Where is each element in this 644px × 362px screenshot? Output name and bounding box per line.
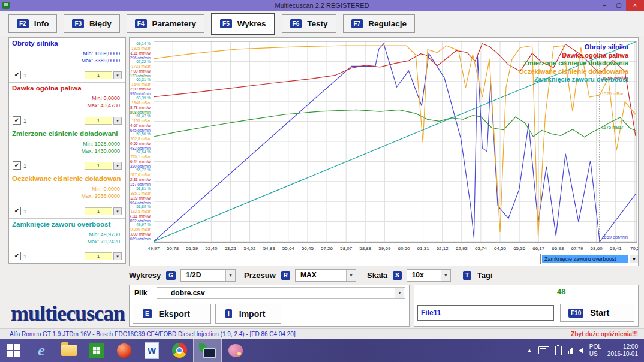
chevron-down-icon[interactable]: ▾	[113, 162, 122, 170]
parameter-block: Oczekiwane ciśnienie doładowanMin: 0,000…	[9, 173, 125, 218]
svg-text:1669 obr/min: 1669 obr/min	[601, 234, 628, 240]
explorer-icon[interactable]	[55, 339, 83, 362]
legend-item: Zamknięcie zaworu overboost	[519, 76, 628, 84]
file-select[interactable]: dobre.csv ▾	[157, 287, 405, 299]
svg-text:1520 mBar: 1520 mBar	[601, 91, 624, 96]
x-axis-label: 61,31	[417, 246, 429, 251]
fkey-badge: F2	[17, 19, 29, 28]
chevron-down-icon[interactable]: ▾	[113, 207, 122, 215]
parameter-scale-select[interactable]: 1	[85, 162, 112, 170]
parameter-checkbox[interactable]: ✔	[13, 252, 21, 260]
x-axis-label: 49,97	[148, 246, 160, 251]
language-indicator[interactable]: POLUS	[589, 343, 601, 358]
start-button[interactable]: F10 Start	[560, 304, 634, 322]
multiecuscan-icon[interactable]	[193, 339, 222, 362]
parameter-minmax: Min: 1669,0000Max: 3389,0000	[81, 50, 120, 64]
x-axis-label: 70,2	[630, 246, 639, 251]
clock[interactable]: 12:002016-10-01	[607, 343, 638, 358]
x-axis-label: 64,55	[494, 246, 506, 251]
t-key-badge: T	[463, 271, 471, 280]
x-axis-label: 58,88	[359, 246, 371, 251]
f10-key-badge: F10	[568, 309, 583, 318]
parameter-checkbox[interactable]: ✔	[13, 207, 21, 215]
screen: Multiecuscan 2.2 REGISTERED – ▢ × F2Info…	[0, 0, 644, 362]
eksport-button[interactable]: E Eksport	[133, 304, 211, 324]
skala-select[interactable]: 10x▾	[407, 269, 451, 282]
x-axis-label: 50,78	[167, 246, 179, 251]
tab-f5[interactable]: F5Wykres	[211, 13, 275, 35]
parameter-title: Zmierzone ciśnienie doładowani	[12, 130, 122, 137]
chart-controls: Wykresy G 1/2D▾ Przesuw R MAX▾ Skala S 1…	[129, 267, 639, 283]
series-dropdown[interactable]: Zamknięcie zaworu overboost ▾	[540, 254, 639, 264]
fkey-badge: F4	[135, 19, 147, 28]
network-signal-icon[interactable]	[568, 348, 573, 354]
parameter-scale-select[interactable]: 1	[85, 71, 112, 79]
x-axis-label: 66,98	[552, 246, 564, 251]
plik-label: Plik	[134, 289, 147, 297]
chevron-down-icon[interactable]: ▾	[113, 117, 122, 125]
e-key-badge: E	[143, 309, 152, 318]
legend-item: Zmierzone ciśnienie doładowania	[519, 59, 628, 68]
parameter-block: Zamknięcie zaworu overboostMin: 49,9730M…	[9, 219, 125, 263]
chevron-down-icon[interactable]: ▾	[113, 71, 122, 79]
ie-icon[interactable]: e	[28, 339, 55, 362]
parameter-check-label: 1	[23, 118, 26, 124]
chevron-down-icon[interactable]: ▾	[441, 270, 450, 281]
filename-input[interactable]	[417, 305, 554, 321]
r-key-badge: R	[281, 271, 290, 280]
minimize-button[interactable]: –	[597, 0, 612, 11]
chevron-down-icon[interactable]: ▾	[346, 270, 356, 281]
parameter-check-label: 1	[23, 163, 26, 169]
chevron-down-icon[interactable]: ▾	[395, 288, 404, 298]
battery-icon[interactable]	[555, 346, 562, 355]
store-icon[interactable]	[83, 339, 110, 362]
przesuw-select[interactable]: MAX▾	[295, 269, 356, 282]
close-button[interactable]: ×	[626, 0, 644, 11]
s-key-badge: S	[393, 271, 402, 280]
start-button[interactable]	[0, 339, 28, 362]
tab-f2[interactable]: F2Info	[8, 14, 57, 33]
parameter-title: Obroty silnika	[12, 40, 122, 47]
multiecuscan-logo: multiecuscan	[11, 301, 125, 326]
speaker-icon[interactable]	[579, 348, 583, 354]
parameter-minmax: Min: 1028,0000Max: 1430,0000	[81, 140, 120, 155]
y-axis-label-group: 65,31 %1540 mBar32,89 mm³/w2970 obr/min	[129, 77, 151, 96]
y-axis-label-group: 69,14 %1925 mBar41,11 mm³/w3296 obr/min	[129, 41, 151, 61]
tab-f6[interactable]: F6Testy	[282, 14, 336, 33]
media-app-icon[interactable]	[110, 339, 138, 362]
parameter-scale-select[interactable]: 1	[85, 252, 112, 260]
x-axis-label: 67,79	[571, 246, 583, 251]
parameter-checkbox[interactable]: ✔	[13, 71, 21, 79]
parameter-scale-select[interactable]: 1	[85, 117, 112, 125]
y-axis-label-group: 63,39 %1348 mBar28,78 mm³/w2808 obr/min	[129, 96, 151, 115]
maximize-button[interactable]: ▢	[612, 0, 626, 11]
parameter-scale-select[interactable]: 1	[85, 207, 112, 215]
x-axis-label: 55,64	[282, 246, 294, 251]
parameter-title: Zamknięcie zaworu overboost	[12, 221, 122, 228]
tab-f7[interactable]: F7Regulacje	[343, 14, 415, 33]
word-icon[interactable]: W	[138, 339, 165, 362]
import-button[interactable]: I Import	[215, 304, 281, 324]
chrome-icon[interactable]	[165, 339, 193, 362]
titlebar: Multiecuscan 2.2 REGISTERED – ▢ ×	[0, 0, 644, 11]
skala-label: Skala	[367, 271, 387, 280]
keyboard-icon[interactable]	[538, 346, 549, 354]
y-axis: 69,14 %1925 mBar41,11 mm³/w3296 obr/min6…	[130, 40, 152, 266]
parameter-checkbox[interactable]: ✔	[13, 161, 21, 170]
parameter-checkbox[interactable]: ✔	[13, 116, 21, 125]
tab-f3[interactable]: F3Błędy	[64, 14, 119, 33]
chevron-down-icon[interactable]: ▾	[630, 255, 639, 263]
y-axis-label-group: 59,56 %962,8 mBar20,56 mm³/w2482 obr/min	[129, 132, 151, 151]
paint-icon[interactable]	[222, 339, 249, 362]
status-bar: Alfa Romeo GT 1.9 JTDm 16V - Bosch EDC16…	[0, 328, 644, 339]
x-axis-label: 68,60	[591, 246, 603, 251]
y-axis-label-group: 55,72 %577,6 mBar12,33 mm³/w2157 obr/min	[129, 168, 151, 187]
x-axis-label: 60,50	[398, 246, 410, 251]
legend-item: Obroty silnika	[519, 43, 628, 52]
x-axis-label: 58,07	[340, 246, 352, 251]
tab-f4[interactable]: F4Parametery	[127, 14, 204, 33]
tray-expand-icon[interactable]: ▲	[526, 347, 532, 354]
chevron-down-icon[interactable]: ▾	[225, 270, 235, 281]
wykresy-select[interactable]: 1/2D▾	[180, 269, 236, 282]
chevron-down-icon[interactable]: ▾	[113, 252, 122, 260]
